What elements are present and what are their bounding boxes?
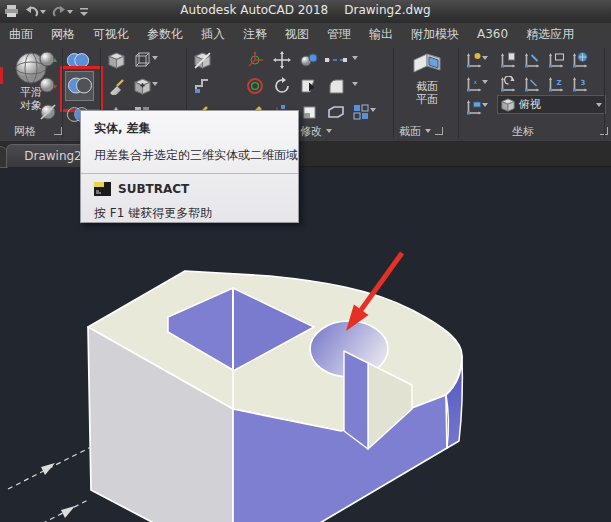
tab-a360[interactable]: A360 bbox=[468, 24, 517, 44]
mesh-dialog-launcher-icon[interactable] bbox=[54, 127, 62, 135]
decrease-smoothness-icon bbox=[38, 76, 58, 96]
rotate-circle-icon bbox=[273, 77, 291, 95]
refine-mesh-icon bbox=[38, 102, 58, 122]
tab-insert[interactable]: 插入 bbox=[192, 23, 234, 46]
squares-icon bbox=[353, 104, 369, 120]
gizmo-icon bbox=[246, 51, 264, 69]
wire-box-icon bbox=[134, 52, 151, 69]
command-window-icon bbox=[94, 182, 111, 196]
view-style-dropdown[interactable]: 俯视 bbox=[497, 95, 606, 114]
3d-rotate-gizmo-button[interactable] bbox=[243, 74, 267, 98]
ucs-3point-button[interactable]: 3 bbox=[568, 72, 592, 96]
doc-title: Drawing2.dwg bbox=[344, 3, 430, 17]
tab-annotate[interactable]: 注释 bbox=[234, 23, 276, 46]
ucs-dropdown-arrow-icon-2[interactable] bbox=[482, 80, 488, 84]
dimension-arrowhead-icon bbox=[41, 463, 55, 475]
modify-row2-dropdown-arrow-icon[interactable] bbox=[352, 82, 358, 86]
3d-rotate-button[interactable] bbox=[270, 74, 294, 98]
presspull-button[interactable] bbox=[104, 74, 128, 98]
ucs-object-button[interactable] bbox=[520, 48, 544, 72]
app-title: Autodesk AutoCAD 2018 bbox=[180, 3, 328, 17]
fillet-icon bbox=[328, 78, 345, 95]
document-tab-label: Drawing2* bbox=[24, 149, 88, 163]
polygon-icon bbox=[327, 105, 345, 119]
ucs-view-button[interactable] bbox=[462, 95, 486, 119]
boxplus-dropdown-arrow-icon[interactable] bbox=[152, 82, 158, 86]
ucs-face-button[interactable] bbox=[544, 48, 568, 72]
svg-text:Z: Z bbox=[557, 79, 562, 87]
modify-panel-label-bar[interactable]: 修改 bbox=[300, 123, 332, 139]
coordinates-panel-label-bar[interactable]: 坐标 bbox=[512, 123, 608, 139]
move-icon bbox=[273, 51, 291, 69]
dashed-line-icon bbox=[325, 55, 347, 65]
box-plus-button[interactable] bbox=[130, 74, 154, 98]
view-style-value: 俯视 bbox=[519, 97, 541, 112]
section-plane-icon bbox=[410, 50, 444, 80]
slice-button[interactable] bbox=[190, 48, 214, 72]
section-panel-label-bar[interactable]: 截面 bbox=[399, 123, 443, 139]
flatten-button[interactable] bbox=[297, 74, 321, 98]
array-button[interactable] bbox=[349, 100, 373, 124]
tab-surface[interactable]: 曲面 bbox=[0, 23, 42, 46]
coordinates-panel-label: 坐标 bbox=[512, 124, 534, 139]
ucs-world-button[interactable] bbox=[568, 48, 592, 72]
3d-gizmo-button[interactable] bbox=[243, 48, 267, 72]
ribbon-tab-bar: 曲面 网格 可视化 参数化 插入 注释 视图 管理 输出 附加模块 A360 精… bbox=[0, 23, 611, 46]
tab-manage[interactable]: 管理 bbox=[318, 23, 360, 46]
ucs-x-button[interactable]: x bbox=[462, 72, 486, 96]
tab-visualize[interactable]: 可视化 bbox=[84, 23, 138, 46]
dimension-arrowhead-icon bbox=[61, 506, 75, 518]
ucs-dropdown-arrow-icon-1[interactable] bbox=[482, 56, 488, 60]
panel-separator bbox=[393, 48, 394, 138]
subtract-tooltip: 实体, 差集 用差集合并选定的三维实体或二维面域 SUBTRACT 按 F1 键… bbox=[80, 110, 299, 223]
ucs-dropdown-arrow-icon-3[interactable] bbox=[482, 103, 488, 107]
left-edge-red-marker bbox=[0, 67, 3, 84]
presspull-icon bbox=[108, 78, 125, 95]
section-plane-button[interactable]: 截面 平面 bbox=[405, 50, 449, 106]
tab-addins[interactable]: 附加模块 bbox=[402, 23, 468, 46]
increase-smoothness-icon bbox=[38, 50, 58, 70]
ucs-origin-button[interactable] bbox=[520, 72, 544, 96]
increase-smoothness-button[interactable] bbox=[36, 48, 60, 72]
tab-mesh[interactable]: 网格 bbox=[42, 23, 84, 46]
section-panel-arrow-icon bbox=[425, 129, 431, 133]
svg-text:3: 3 bbox=[581, 79, 586, 87]
solid-cube-button[interactable] bbox=[104, 48, 128, 72]
refine-mesh-button[interactable] bbox=[36, 100, 60, 124]
box-dropdown-arrow-icon[interactable] bbox=[152, 56, 158, 60]
tooltip-description: 用差集合并选定的三维实体或二维面域 bbox=[94, 147, 298, 164]
ucs-named-button[interactable] bbox=[496, 48, 520, 72]
section-panel-label: 截面 bbox=[399, 124, 421, 139]
fillet-edge-button[interactable] bbox=[324, 74, 348, 98]
view-cube-icon bbox=[501, 98, 515, 112]
3d-scale-button[interactable] bbox=[297, 48, 321, 72]
thicken-button[interactable] bbox=[297, 100, 321, 124]
modify-row1-dropdown-arrow-icon[interactable] bbox=[352, 56, 358, 60]
ucs-previous-button[interactable] bbox=[496, 72, 520, 96]
section-plane-label-1: 截面 bbox=[416, 80, 438, 93]
wire-box-button[interactable] bbox=[130, 48, 154, 72]
panel-separator bbox=[458, 48, 459, 138]
3d-move-button[interactable] bbox=[270, 48, 294, 72]
interfere-button[interactable] bbox=[324, 48, 348, 72]
polysolid-button[interactable] bbox=[324, 100, 348, 124]
tab-featured-apps[interactable]: 精选应用 bbox=[517, 23, 583, 46]
decrease-smoothness-button[interactable] bbox=[36, 74, 60, 98]
ucs-z-button[interactable]: Z bbox=[544, 72, 568, 96]
title-bar: Autodesk AutoCAD 2018Drawing2.dwg bbox=[0, 0, 611, 24]
dimension-lines bbox=[8, 447, 91, 522]
svg-text:x: x bbox=[474, 78, 478, 85]
ucs-light-button[interactable] bbox=[462, 48, 486, 72]
modify-row3-dropdown-arrow-icon[interactable] bbox=[370, 108, 376, 112]
view-dropdown-arrow-icon bbox=[596, 103, 602, 107]
window-title: Autodesk AutoCAD 2018Drawing2.dwg bbox=[0, 3, 611, 17]
tooltip-command: SUBTRACT bbox=[118, 182, 189, 196]
tooltip-help-hint: 按 F1 键获得更多帮助 bbox=[94, 205, 298, 222]
tab-output[interactable]: 输出 bbox=[360, 23, 402, 46]
section-dialog-launcher-icon[interactable] bbox=[435, 127, 443, 135]
tab-parametric[interactable]: 参数化 bbox=[138, 23, 192, 46]
extract-edges-button[interactable] bbox=[190, 74, 214, 98]
mesh-panel-label-bar[interactable]: 网格 bbox=[14, 123, 66, 139]
rotate-gizmo-icon bbox=[246, 77, 264, 95]
tab-view[interactable]: 视图 bbox=[276, 23, 318, 46]
